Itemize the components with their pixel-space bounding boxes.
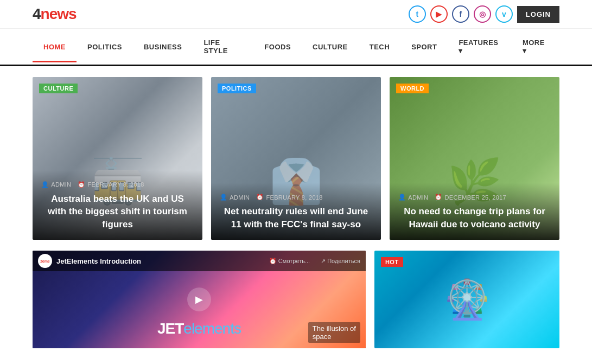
clock-icon: ⏰ — [435, 194, 442, 201]
video-actions: ⏰ Смотреть... ↗ Поделиться — [269, 258, 360, 265]
card-politics-overlay: 👤 ADMIN ⏰ FEBRUARY 8, 2018 Net neutralit… — [211, 183, 381, 240]
nav-lifestyle[interactable]: LIFE STYLE — [193, 29, 253, 65]
twitter-icon[interactable]: t — [409, 5, 426, 23]
nav-business[interactable]: BUSINESS — [133, 33, 193, 61]
youtube-icon[interactable]: ▶ — [430, 5, 448, 23]
user-icon: 👤 — [41, 181, 49, 188]
card-world-date: ⏰ DECEMBER 25, 2017 — [435, 194, 506, 201]
card-world-title: No need to change trip plans for Hawaii … — [398, 205, 551, 231]
video-watch-action[interactable]: ⏰ Смотреть... — [269, 258, 310, 265]
card-culture-tag: CULTURE — [39, 84, 78, 93]
video-title: JetElements Introduction — [56, 257, 141, 265]
card-politics-tag: POLITICS — [218, 84, 256, 93]
video-play-button[interactable]: ▶ — [187, 288, 211, 311]
video-share-action[interactable]: ↗ Поделиться — [321, 258, 360, 265]
nav-more[interactable]: MORE ▾ — [512, 29, 559, 65]
header: 4news t ▶ f ◎ v LOGIN — [0, 0, 592, 29]
bottom-cards-row: JETelements The illusion ofspace ▶ zeme … — [33, 251, 559, 348]
logo[interactable]: 4news — [33, 5, 77, 23]
logo-four: 4 — [33, 5, 41, 22]
card-world-author: 👤 ADMIN — [398, 194, 428, 201]
nav-home[interactable]: HOME — [33, 33, 77, 62]
card-culture-overlay: 👤 ADMIN ⏰ FEBRUARY 8, 2018 Australia bea… — [33, 170, 202, 240]
nav-culture[interactable]: CULTURE — [302, 33, 359, 61]
card-politics-author: 👤 ADMIN — [220, 194, 250, 201]
card-world-tag: WORLD — [396, 84, 429, 93]
video-card[interactable]: JETelements The illusion ofspace ▶ zeme … — [33, 251, 366, 348]
video-channel-logo: zeme — [38, 254, 52, 268]
user-icon: 👤 — [220, 194, 227, 201]
nav-tech[interactable]: TECH — [359, 33, 400, 61]
card-world[interactable]: WORLD 👤 ADMIN ⏰ DECEMBER 25, 2017 No nee… — [390, 77, 559, 240]
video-space-text: The illusion ofspace — [308, 322, 360, 343]
instagram-icon[interactable]: ◎ — [474, 5, 491, 23]
card-culture[interactable]: CULTURE 👤 ADMIN ⏰ FEBRUARY 8, 2018 Austr… — [33, 77, 202, 240]
nav-foods[interactable]: FOODS — [253, 33, 302, 61]
featured-cards-row: CULTURE 👤 ADMIN ⏰ FEBRUARY 8, 2018 Austr… — [33, 77, 559, 240]
main-nav: HOME POLITICS BUSINESS LIFE STYLE FOODS … — [0, 29, 592, 66]
card-world-overlay: 👤 ADMIN ⏰ DECEMBER 25, 2017 No need to c… — [390, 183, 559, 240]
card-culture-author: 👤 ADMIN — [41, 181, 71, 188]
hot-card-emoji: 🎡 — [443, 277, 491, 322]
card-culture-meta: 👤 ADMIN ⏰ FEBRUARY 8, 2018 — [41, 181, 194, 188]
video-bar: zeme JetElements Introduction ⏰ Смотреть… — [33, 251, 366, 271]
card-world-meta: 👤 ADMIN ⏰ DECEMBER 25, 2017 — [398, 194, 551, 201]
vimeo-icon[interactable]: v — [495, 5, 513, 23]
card-hot[interactable]: HOT 🎡 — [374, 251, 559, 348]
clock-icon: ⏰ — [78, 181, 85, 188]
user-icon: 👤 — [398, 194, 406, 201]
nav-sport[interactable]: SPORT — [400, 33, 448, 61]
hot-tag: HOT — [381, 257, 403, 267]
facebook-icon[interactable]: f — [452, 5, 469, 23]
clock-icon: ⏰ — [256, 194, 264, 201]
card-culture-title: Australia beats the UK and US with the b… — [41, 193, 194, 231]
card-politics-meta: 👤 ADMIN ⏰ FEBRUARY 8, 2018 — [220, 194, 372, 201]
card-politics-title: Net neutrality rules will end June 11 wi… — [220, 205, 372, 231]
main-content: CULTURE 👤 ADMIN ⏰ FEBRUARY 8, 2018 Austr… — [0, 66, 592, 359]
card-politics[interactable]: POLITICS 👤 ADMIN ⏰ FEBRUARY 8, 2018 Net … — [211, 77, 381, 240]
nav-politics[interactable]: POLITICS — [77, 33, 133, 61]
card-politics-date: ⏰ FEBRUARY 8, 2018 — [256, 194, 322, 201]
logo-news: news — [41, 5, 77, 22]
nav-features[interactable]: FEATURES ▾ — [448, 29, 511, 65]
login-button[interactable]: LOGIN — [517, 6, 559, 23]
video-brand-text: JETelements — [157, 320, 241, 337]
header-right: t ▶ f ◎ v LOGIN — [409, 5, 559, 23]
card-culture-date: ⏰ FEBRUARY 8, 2018 — [78, 181, 144, 188]
